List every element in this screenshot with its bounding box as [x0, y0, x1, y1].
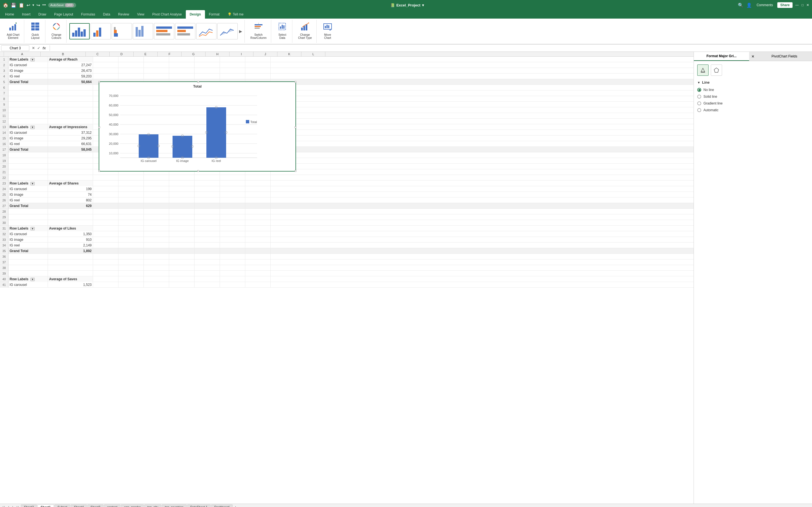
panel-tab-format-grid[interactable]: Format Major Gri... [694, 52, 749, 61]
cell-1-F[interactable] [169, 57, 195, 62]
name-box[interactable] [1, 45, 29, 51]
cell-3-D[interactable] [118, 68, 144, 73]
sheet-tab-DataSheet1[interactable]: DataSheet 1 [187, 504, 211, 507]
minimize-icon[interactable]: — [795, 3, 799, 7]
select-data-button[interactable]: SelectData [275, 21, 289, 41]
share-button[interactable]: Share [777, 2, 792, 8]
col-header-B[interactable]: B [41, 52, 86, 56]
formula-confirm-button[interactable]: ✓ [36, 46, 41, 50]
move-chart-button[interactable]: MoveChart [320, 21, 335, 41]
cell-2-E[interactable] [144, 62, 169, 68]
cell-2-A[interactable]: IG carousel [8, 62, 48, 68]
filename-dropdown[interactable]: ▾ [422, 3, 424, 7]
col-header-F[interactable]: F [158, 52, 182, 56]
sheet-nav-last[interactable]: ⟩⟩ [15, 505, 20, 507]
col-header-J[interactable]: J [253, 52, 277, 56]
formula-input[interactable] [52, 46, 811, 51]
cell-3-C[interactable] [93, 68, 118, 73]
cell-1-H[interactable] [220, 57, 245, 62]
bar-ig-image[interactable] [172, 136, 192, 158]
radio-solid-line[interactable]: Solid line [697, 95, 809, 99]
cell-2-H[interactable] [220, 62, 245, 68]
tab-review[interactable]: Review [114, 10, 133, 18]
panel-close-format[interactable]: ✕ [749, 52, 757, 61]
maximize-icon[interactable]: □ [802, 3, 804, 7]
resize-handle-bl[interactable] [98, 170, 100, 172]
sheet-tab-age-gender[interactable]: age_gender [121, 504, 144, 507]
add-sheet-button[interactable]: + [233, 505, 238, 507]
cell-4-H[interactable] [220, 73, 245, 79]
save2-icon[interactable]: 📋 [18, 3, 24, 8]
cell-4-A[interactable]: IG reel [8, 73, 48, 79]
sheet-tab-Dashboard[interactable]: Dashboard [211, 504, 233, 507]
sheet-tab-Sheet4[interactable]: Sheet4 [71, 504, 87, 507]
sheet-nav-next[interactable]: ⟩ [11, 505, 15, 507]
more-icon[interactable]: ••• [42, 3, 46, 7]
chart-thumb-8[interactable] [217, 23, 238, 40]
comments-button[interactable]: Comments [755, 3, 774, 8]
col-header-A[interactable]: A [4, 52, 41, 56]
chart-thumb-7[interactable] [196, 23, 216, 40]
panel-tab-pivot-fields[interactable]: PivotChart Fields [757, 52, 812, 61]
panel-shape-icon-btn[interactable] [711, 64, 722, 76]
sheet-tab-Sheet1[interactable]: Sheet1 [38, 504, 54, 507]
grid-scroll-area[interactable]: 1 2 3 4 5 6 7 8 9 10 11 12 13 14 15 16 1 [0, 57, 694, 501]
change-colours-button[interactable]: ChangeColours [49, 21, 63, 41]
quick-layout-button[interactable]: QuickLayout [28, 21, 42, 41]
bar-ig-carousel[interactable] [139, 134, 158, 158]
cell-1-A[interactable]: Row Labels ▼ [8, 57, 48, 62]
tab-page-layout[interactable]: Page Layout [50, 10, 77, 18]
cell-2-G[interactable] [195, 62, 220, 68]
cell-5-A[interactable]: Grand Total [8, 79, 48, 85]
radio-gradient-line[interactable]: Gradient line [697, 101, 809, 105]
filter-btn-23A[interactable]: ▼ [31, 182, 35, 185]
col-header-H[interactable]: H [206, 52, 230, 56]
chart-thumb-1[interactable] [69, 23, 90, 40]
chart-thumb-5[interactable] [154, 23, 174, 40]
autosave-toggle[interactable]: AutoSave OFF [48, 3, 77, 8]
gallery-arrow-right[interactable]: ▶ [239, 29, 243, 34]
tab-view[interactable]: View [133, 10, 148, 18]
sheet-tab-Sheet3[interactable]: Sheet3 [87, 504, 103, 507]
sheet-nav-prev[interactable]: ⟨ [7, 505, 10, 507]
cell-3-F[interactable] [169, 68, 195, 73]
filter-btn-31A[interactable]: ▼ [31, 227, 35, 230]
add-chart-element-button[interactable]: Add ChartElement [5, 21, 21, 41]
filter-btn-40A[interactable]: ▼ [31, 278, 35, 281]
switch-row-column-button[interactable]: ↕ SwitchRow/Column [249, 21, 268, 41]
sheet-tab-Sheet2[interactable]: Sheet2 [21, 504, 37, 507]
col-header-E[interactable]: E [134, 52, 158, 56]
cell-4-E[interactable] [144, 73, 169, 79]
col-header-L[interactable]: L [301, 52, 325, 56]
tab-formulas[interactable]: Formulas [77, 10, 99, 18]
formula-cancel-button[interactable]: ✕ [31, 46, 36, 50]
save-icon[interactable]: 💾 [11, 3, 16, 8]
sheet-tab-top-city[interactable]: top_city [144, 504, 161, 507]
tab-pivot-chart-analyse[interactable]: Pivot Chart Analyse [148, 10, 186, 18]
resize-handle-tr[interactable] [295, 81, 296, 83]
chart-thumb-6[interactable] [175, 23, 195, 40]
profile-icon[interactable]: 👤 [746, 3, 752, 8]
home-icon[interactable]: 🏠 [3, 3, 8, 8]
chart-thumb-2[interactable] [91, 23, 111, 40]
radio-no-line[interactable]: No line [697, 88, 809, 92]
cell-1-E[interactable] [144, 57, 169, 62]
chart-container[interactable]: Total 70,000 60,000 50,000 40,000 30,000… [99, 81, 296, 172]
cell-1-B[interactable]: Average of Reach [48, 57, 93, 62]
tab-home[interactable]: Home [1, 10, 18, 18]
change-chart-type-button[interactable]: ChangeChart Type [296, 21, 313, 41]
cell-1-C[interactable] [93, 57, 118, 62]
panel-section-line[interactable]: ▼ Line [697, 80, 809, 84]
col-header-I[interactable]: I [230, 52, 253, 56]
cell-13-B[interactable]: Average of Impressions [48, 124, 93, 130]
sheet-nav-first[interactable]: ⟨⟨ [1, 505, 6, 507]
resize-handle-ml[interactable] [98, 126, 100, 128]
resize-handle-bm[interactable] [197, 170, 199, 172]
resize-handle-tm[interactable] [197, 81, 199, 83]
col-header-D[interactable]: D [110, 52, 134, 56]
bar-ig-reel[interactable] [206, 107, 226, 158]
resize-handle-mr[interactable] [295, 126, 296, 128]
cell-4-G[interactable] [195, 73, 220, 79]
cell-2-B[interactable]: 27,247 [48, 62, 93, 68]
undo-dropdown[interactable]: ▾ [33, 3, 34, 7]
